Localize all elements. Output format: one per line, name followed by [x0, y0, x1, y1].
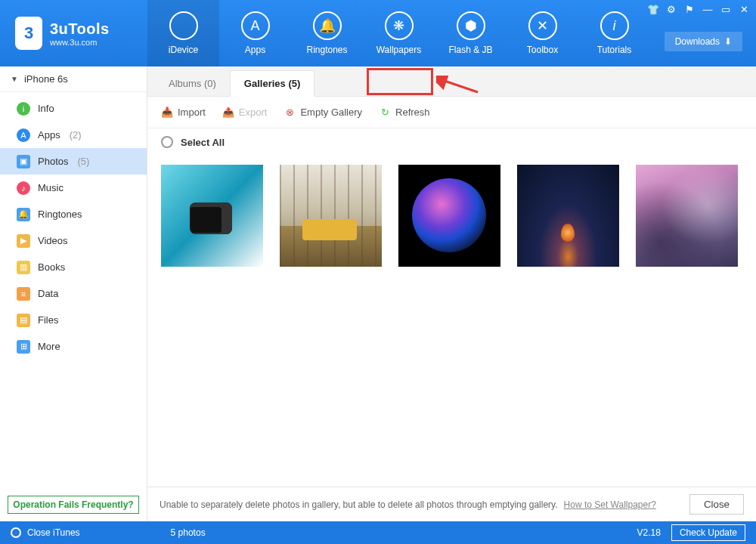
export-icon: 📤: [222, 107, 234, 119]
radio-unchecked-icon[interactable]: [161, 136, 173, 148]
tab-albums[interactable]: Albums (0): [155, 71, 230, 96]
select-all-row[interactable]: Select All: [147, 128, 756, 156]
nav-label: Tutorials: [597, 45, 632, 55]
sidebar-item-books[interactable]: ▥Books: [0, 254, 147, 280]
pin-icon[interactable]: ⚑: [683, 3, 696, 15]
minimize-icon[interactable]: —: [702, 3, 714, 15]
sidebar-item-ringtones[interactable]: 🔔Ringtones: [0, 201, 147, 227]
how-to-link[interactable]: How to Set Wallpaper?: [564, 499, 656, 510]
nav-label: Apps: [245, 45, 265, 55]
operation-fails-link[interactable]: Operation Fails Frequently?: [8, 496, 139, 514]
apps-icon: A: [241, 11, 270, 40]
toolbar-label: Import: [178, 107, 206, 118]
gear-icon[interactable]: ⚙: [665, 3, 677, 15]
sidebar-item-label: Apps: [38, 129, 60, 141]
sidebar-item-label: Data: [38, 288, 58, 299]
sidebar-item-videos[interactable]: ▶Videos: [0, 227, 147, 254]
nav-tutorials[interactable]: i Tutorials: [578, 0, 650, 66]
nav-ringtones[interactable]: 🔔 Ringtones: [291, 0, 363, 66]
close-button[interactable]: Close: [689, 494, 744, 515]
nav-wallpapers[interactable]: ❋ Wallpapers: [363, 0, 435, 66]
nav-label: Flash & JB: [448, 45, 492, 55]
photo-thumbnail[interactable]: [161, 165, 263, 267]
select-all-label: Select All: [181, 137, 225, 148]
sidebar-item-files[interactable]: ▤Files: [0, 307, 147, 333]
nav-label: Wallpapers: [376, 45, 422, 55]
sidebar-item-photos[interactable]: ▣Photos(5): [0, 148, 147, 175]
close-circle-icon: ⊗: [284, 107, 296, 119]
photo-thumbnail[interactable]: [517, 165, 619, 267]
photo-thumbnail[interactable]: [398, 165, 500, 267]
close-icon[interactable]: ✕: [738, 3, 750, 15]
annotation-arrow-icon: [436, 76, 482, 97]
toolbar: 📥Import 📤Export ⊗Empty Gallery ↻Refresh: [147, 97, 756, 128]
sidebar-list: iInfo AApps(2) ▣Photos(5) ♪Music 🔔Ringto…: [0, 92, 147, 496]
chevron-down-icon: ▼: [11, 75, 18, 83]
toolbar-label: Empty Gallery: [300, 107, 362, 118]
tools-icon: ✕: [528, 11, 557, 40]
logo-text: 3uTools www.3u.com: [50, 20, 110, 47]
sidebar: ▼ iPhone 6s iInfo AApps(2) ▣Photos(5) ♪M…: [0, 66, 147, 521]
circle-icon: [11, 527, 21, 538]
device-name: iPhone 6s: [24, 73, 68, 85]
app-header: 3 3uTools www.3u.com iDevice A Apps 🔔 Ri…: [0, 0, 756, 66]
main-panel: Albums (0) Galleries (5) 📥Import 📤Export…: [147, 66, 756, 521]
info-icon: i: [600, 11, 629, 40]
nav-toolbox[interactable]: ✕ Toolbox: [507, 0, 578, 66]
info-bar: Unable to separately delete photos in ga…: [147, 487, 756, 521]
empty-gallery-button[interactable]: ⊗Empty Gallery: [284, 107, 362, 119]
video-icon: ▶: [17, 234, 30, 248]
import-button[interactable]: 📥Import: [161, 107, 206, 119]
info-icon: i: [17, 102, 30, 116]
nav-flash-jb[interactable]: ⬢ Flash & JB: [435, 0, 507, 66]
photo-thumbnail[interactable]: [636, 165, 738, 267]
more-icon: ⊞: [17, 340, 30, 354]
apps-icon: A: [17, 128, 30, 142]
sidebar-item-label: Files: [38, 314, 58, 326]
music-icon: ♪: [17, 181, 30, 195]
bell-icon: 🔔: [313, 11, 342, 40]
tab-bar: Albums (0) Galleries (5): [147, 66, 756, 97]
sidebar-item-label: More: [38, 341, 60, 352]
device-selector[interactable]: ▼ iPhone 6s: [0, 66, 147, 92]
nav-apps[interactable]: A Apps: [219, 0, 291, 66]
maximize-icon[interactable]: ▭: [720, 3, 732, 15]
sidebar-item-apps[interactable]: AApps(2): [0, 122, 147, 148]
close-itunes-button[interactable]: Close iTunes: [27, 527, 80, 538]
import-icon: 📥: [161, 107, 173, 119]
sidebar-item-label: Info: [38, 103, 54, 114]
data-icon: ≡: [17, 287, 30, 301]
sidebar-item-music[interactable]: ♪Music: [0, 175, 147, 201]
window-controls: 👕 ⚙ ⚑ — ▭ ✕: [647, 3, 750, 15]
status-bar: Close iTunes 5 photos V2.18 Check Update: [0, 521, 756, 544]
export-button: 📤Export: [222, 107, 268, 119]
sidebar-item-info[interactable]: iInfo: [0, 95, 147, 122]
refresh-button[interactable]: ↻Refresh: [379, 107, 430, 119]
annotation-highlight: [367, 68, 433, 95]
sidebar-item-label: Photos: [38, 156, 68, 167]
app-site: www.3u.com: [50, 38, 110, 47]
bell-icon: 🔔: [17, 208, 30, 221]
photo-gallery: [147, 156, 756, 487]
nav-label: Ringtones: [306, 45, 347, 55]
info-text: Unable to separately delete photos in ga…: [160, 499, 558, 510]
toolbar-label: Export: [239, 107, 268, 118]
nav-idevice[interactable]: iDevice: [147, 0, 219, 66]
downloads-button[interactable]: Downloads ⬇: [665, 32, 742, 51]
sidebar-item-data[interactable]: ≡Data: [0, 280, 147, 307]
check-update-button[interactable]: Check Update: [671, 524, 745, 541]
photo-thumbnail[interactable]: [280, 165, 382, 267]
svg-line-1: [442, 80, 478, 92]
nav-label: iDevice: [169, 45, 198, 55]
nav-label: Toolbox: [527, 45, 558, 55]
tab-galleries[interactable]: Galleries (5): [230, 70, 314, 97]
sidebar-item-more[interactable]: ⊞More: [0, 333, 147, 360]
refresh-icon: ↻: [379, 107, 391, 119]
tshirt-icon[interactable]: 👕: [647, 3, 659, 15]
status-text: 5 photos: [171, 527, 206, 538]
app-name: 3uTools: [50, 20, 110, 38]
sidebar-item-label: Videos: [38, 235, 68, 246]
sidebar-item-label: Books: [38, 261, 65, 273]
sidebar-item-count: (5): [77, 156, 89, 167]
flower-icon: ❋: [385, 11, 414, 40]
